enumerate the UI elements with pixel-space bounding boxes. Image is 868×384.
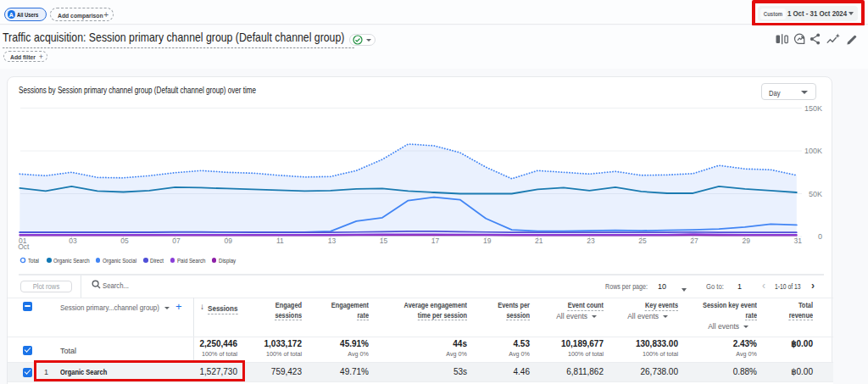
svg-text:19: 19 (483, 237, 492, 245)
svg-text:15: 15 (380, 237, 388, 245)
svg-text:03: 03 (69, 237, 77, 245)
svg-text:23: 23 (587, 237, 595, 245)
svg-text:31: 31 (794, 237, 803, 245)
svg-text:29: 29 (742, 237, 750, 245)
svg-text:21: 21 (535, 237, 543, 245)
svg-text:27: 27 (690, 237, 698, 245)
svg-text:Oct: Oct (18, 242, 30, 251)
svg-text:25: 25 (638, 237, 647, 245)
svg-text:150K: 150K (804, 104, 822, 113)
svg-text:13: 13 (328, 237, 337, 245)
svg-text:11: 11 (276, 237, 284, 245)
svg-text:17: 17 (431, 237, 440, 245)
svg-text:50K: 50K (809, 190, 822, 198)
svg-text:100K: 100K (804, 147, 822, 155)
svg-text:07: 07 (172, 237, 181, 245)
svg-text:05: 05 (120, 237, 129, 245)
svg-text:09: 09 (224, 237, 232, 245)
svg-text:0: 0 (818, 232, 822, 241)
